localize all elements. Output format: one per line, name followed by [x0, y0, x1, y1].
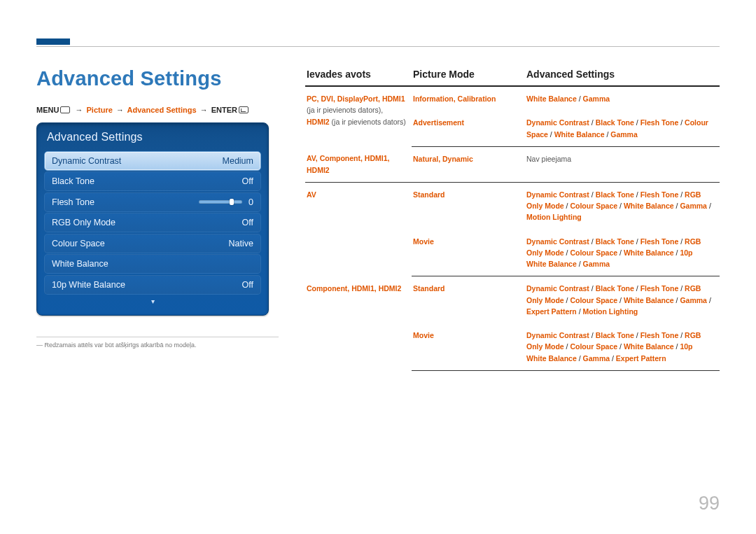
cell-settings: Nav pieejama — [525, 146, 720, 182]
right-column: Ievades avots Picture Mode Advanced Sett… — [305, 67, 720, 371]
cell-mode: Movie — [412, 230, 525, 276]
cell-source: AV — [305, 182, 412, 276]
table-header-mode: Picture Mode — [412, 67, 525, 86]
table-row: AVStandardDynamic Contrast / Black Tone … — [305, 182, 720, 229]
osd-row-value: Native — [229, 239, 253, 248]
breadcrumb-step2: Advanced Settings — [127, 106, 197, 114]
cell-settings: Dynamic Contrast / Black Tone / Flesh To… — [525, 276, 720, 323]
page-title: Advanced Settings — [36, 67, 279, 90]
table-header-source: Ievades avots — [305, 67, 412, 86]
menu-icon — [60, 106, 70, 113]
cell-mode: Advertisement — [412, 111, 525, 146]
osd-row-label: White Balance — [52, 259, 108, 269]
osd-row[interactable]: Black ToneOff — [44, 171, 261, 191]
osd-row-label: RGB Only Mode — [52, 218, 115, 227]
page: Advanced Settings MENU → Picture → Advan… — [0, 0, 756, 534]
osd-row-label: Dynamic Contrast — [52, 156, 121, 166]
osd-row-value: Off — [242, 280, 253, 290]
slider-track[interactable] — [199, 200, 242, 204]
osd-row-label: Colour Space — [52, 239, 105, 248]
cell-mode: Standard — [412, 182, 525, 229]
table-row: AV, Component, HDMI1, HDMI2Natural, Dyna… — [305, 146, 720, 182]
osd-row[interactable]: RGB Only ModeOff — [44, 213, 261, 232]
enter-icon — [239, 106, 248, 113]
osd-row[interactable]: Colour SpaceNative — [44, 234, 261, 253]
breadcrumb-menu: MENU — [36, 106, 59, 114]
cell-source: PC, DVI, DisplayPort, HDMI1 (ja ir pievi… — [305, 86, 412, 146]
left-column: Advanced Settings MENU → Picture → Advan… — [36, 67, 279, 371]
cell-mode: Movie — [412, 323, 525, 370]
table-header-settings: Advanced Settings — [525, 67, 720, 86]
table-row: PC, DVI, DisplayPort, HDMI1 (ja ir pievi… — [305, 86, 720, 111]
cell-settings: Dynamic Contrast / Black Tone / Flesh To… — [525, 182, 720, 229]
cell-mode: Standard — [412, 276, 525, 323]
osd-row-value: Off — [242, 218, 253, 227]
osd-row-label: 10p White Balance — [52, 280, 125, 290]
breadcrumb-enter: ENTER — [211, 106, 237, 114]
breadcrumb-step1: Picture — [87, 106, 113, 114]
page-number: 99 — [699, 493, 720, 514]
osd-row-label: Black Tone — [52, 176, 94, 186]
cell-source: Component, HDMI1, HDMI2 — [305, 276, 412, 371]
osd-row[interactable]: 10p White BalanceOff — [44, 275, 261, 295]
osd-title: Advanced Settings — [44, 129, 261, 150]
content-columns: Advanced Settings MENU → Picture → Advan… — [36, 67, 720, 371]
slider[interactable]: 0 — [199, 197, 253, 207]
cell-settings: Dynamic Contrast / Black Tone / Flesh To… — [525, 230, 720, 276]
footnote: Redzamais attēls var būt atšķirīgs atkar… — [36, 342, 279, 349]
cell-mode: Natural, Dynamic — [412, 146, 525, 182]
osd-row-value: Off — [242, 176, 253, 186]
table-header-row: Ievades avots Picture Mode Advanced Sett… — [305, 67, 720, 86]
osd-rows: Dynamic ContrastMediumBlack ToneOffFlesh… — [44, 151, 261, 295]
arrow-icon: → — [200, 106, 208, 114]
table-body: PC, DVI, DisplayPort, HDMI1 (ja ir pievi… — [305, 86, 720, 371]
osd-row-value: Medium — [223, 156, 253, 166]
header-accent — [36, 38, 70, 45]
settings-table: Ievades avots Picture Mode Advanced Sett… — [305, 67, 720, 371]
cell-mode: Information, Calibration — [412, 86, 525, 111]
cell-settings: Dynamic Contrast / Black Tone / Flesh To… — [525, 111, 720, 146]
osd-row[interactable]: Flesh Tone0 — [44, 192, 261, 212]
chevron-down-icon: ▾ — [44, 297, 261, 305]
breadcrumb: MENU → Picture → Advanced Settings → ENT… — [36, 106, 279, 114]
cell-settings: Dynamic Contrast / Black Tone / Flesh To… — [525, 323, 720, 370]
osd-row-label: Flesh Tone — [52, 197, 94, 207]
osd-row[interactable]: White Balance — [44, 254, 261, 274]
header-rule — [36, 46, 720, 47]
cell-source: AV, Component, HDMI1, HDMI2 — [305, 146, 412, 182]
arrow-icon: → — [116, 106, 124, 114]
table-row: Component, HDMI1, HDMI2StandardDynamic C… — [305, 276, 720, 323]
arrow-icon: → — [75, 106, 83, 114]
cell-settings: White Balance / Gamma — [525, 86, 720, 111]
divider — [36, 337, 279, 337]
osd-row[interactable]: Dynamic ContrastMedium — [44, 151, 261, 171]
slider-value: 0 — [246, 197, 253, 207]
osd-panel: Advanced Settings Dynamic ContrastMedium… — [36, 122, 269, 316]
